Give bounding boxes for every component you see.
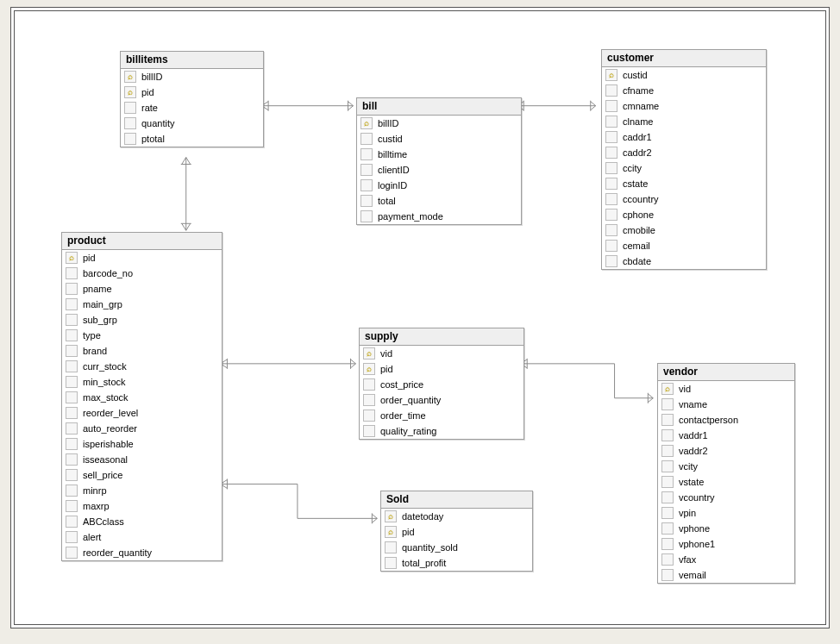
column-pid[interactable]: ⌕pid bbox=[121, 84, 263, 100]
column-pid[interactable]: ⌕pid bbox=[381, 524, 532, 540]
column-cost-price[interactable]: cost_price bbox=[360, 377, 523, 392]
table-header[interactable]: product bbox=[62, 233, 222, 250]
column-custid[interactable]: ⌕custid bbox=[602, 67, 766, 83]
column-vcountry[interactable]: vcountry bbox=[658, 490, 794, 505]
column-vaddr1[interactable]: vaddr1 bbox=[658, 428, 794, 443]
column-icon bbox=[66, 485, 78, 497]
column-minrp[interactable]: minrp bbox=[62, 483, 222, 498]
column-clname[interactable]: clname bbox=[602, 114, 766, 129]
column-icon bbox=[124, 133, 136, 145]
table-bill[interactable]: bill ⌕billID custid billtime clientID lo… bbox=[356, 97, 522, 225]
column-vfax[interactable]: vfax bbox=[658, 552, 794, 567]
column-vname[interactable]: vname bbox=[658, 397, 794, 412]
table-customer[interactable]: customer ⌕custid cfname cmname clname ca… bbox=[601, 49, 767, 270]
column-billID[interactable]: ⌕billID bbox=[121, 69, 263, 84]
column-billID[interactable]: ⌕billID bbox=[357, 116, 521, 131]
column-total[interactable]: total bbox=[357, 193, 521, 209]
column-icon bbox=[661, 398, 674, 410]
column-pname[interactable]: pname bbox=[62, 281, 222, 297]
table-header[interactable]: vendor bbox=[658, 364, 794, 381]
column-caddr1[interactable]: caddr1 bbox=[602, 129, 766, 145]
column-ccity[interactable]: ccity bbox=[602, 160, 766, 176]
column-datetoday[interactable]: ⌕datetoday bbox=[381, 509, 532, 524]
column-rate[interactable]: rate bbox=[121, 100, 263, 116]
column-vcity[interactable]: vcity bbox=[658, 459, 794, 474]
table-vendor[interactable]: vendor ⌕vid vname contactperson vaddr1 v… bbox=[657, 363, 795, 584]
column-icon bbox=[605, 178, 617, 190]
column-isseasonal[interactable]: isseasonal bbox=[62, 452, 222, 467]
column-icon bbox=[66, 314, 78, 326]
column-quality-rating[interactable]: quality_rating bbox=[360, 423, 523, 439]
column-order-time[interactable]: order_time bbox=[360, 408, 523, 423]
key-icon: ⌕ bbox=[124, 86, 136, 98]
column-vpin[interactable]: vpin bbox=[658, 505, 794, 521]
column-contactperson[interactable]: contactperson bbox=[658, 412, 794, 428]
table-product[interactable]: product ⌕pid barcode_no pname main_grp s… bbox=[61, 232, 223, 561]
column-quantity[interactable]: quantity bbox=[121, 116, 263, 131]
column-icon bbox=[605, 255, 617, 267]
column-pid[interactable]: ⌕pid bbox=[62, 250, 222, 266]
column-main-grp[interactable]: main_grp bbox=[62, 297, 222, 312]
column-curr-stock[interactable]: curr_stock bbox=[62, 359, 222, 374]
column-vaddr2[interactable]: vaddr2 bbox=[658, 443, 794, 459]
column-maxrp[interactable]: maxrp bbox=[62, 498, 222, 514]
column-billtime[interactable]: billtime bbox=[357, 147, 521, 162]
column-abcclass[interactable]: ABCclass bbox=[62, 514, 222, 529]
table-sold[interactable]: Sold ⌕datetoday ⌕pid quantity_sold total… bbox=[380, 491, 533, 572]
column-brand[interactable]: brand bbox=[62, 343, 222, 359]
table-billitems[interactable]: billitems ⌕billID ⌕pid rate quantity pto… bbox=[120, 51, 264, 147]
column-ccountry[interactable]: ccountry bbox=[602, 191, 766, 207]
column-cbdate[interactable]: cbdate bbox=[602, 253, 766, 269]
column-vphone1[interactable]: vphone1 bbox=[658, 536, 794, 552]
table-header[interactable]: Sold bbox=[381, 491, 532, 509]
column-cmname[interactable]: cmname bbox=[602, 98, 766, 114]
table-header[interactable]: customer bbox=[602, 50, 766, 67]
column-vid[interactable]: ⌕vid bbox=[360, 346, 523, 361]
column-sell-price[interactable]: sell_price bbox=[62, 467, 222, 483]
column-total-profit[interactable]: total_profit bbox=[381, 555, 532, 571]
column-caddr2[interactable]: caddr2 bbox=[602, 145, 766, 160]
column-auto-reorder[interactable]: auto_reorder bbox=[62, 421, 222, 436]
column-icon bbox=[661, 476, 674, 488]
column-reorder-level[interactable]: reorder_level bbox=[62, 405, 222, 421]
column-icon bbox=[363, 425, 375, 437]
column-vphone[interactable]: vphone bbox=[658, 521, 794, 536]
column-icon bbox=[66, 267, 78, 279]
column-custid[interactable]: custid bbox=[357, 131, 521, 147]
column-order-quantity[interactable]: order_quantity bbox=[360, 392, 523, 408]
column-pid[interactable]: ⌕pid bbox=[360, 361, 523, 377]
column-cphone[interactable]: cphone bbox=[602, 207, 766, 222]
column-cemail[interactable]: cemail bbox=[602, 238, 766, 253]
table-supply[interactable]: supply ⌕vid ⌕pid cost_price order_quanti… bbox=[359, 328, 524, 440]
key-icon: ⌕ bbox=[66, 252, 78, 264]
table-header[interactable]: billitems bbox=[121, 52, 263, 69]
column-clientID[interactable]: clientID bbox=[357, 162, 521, 178]
column-reorder-quantity[interactable]: reorder_quantity bbox=[62, 545, 222, 560]
column-isperishable[interactable]: isperishable bbox=[62, 436, 222, 452]
column-max-stock[interactable]: max_stock bbox=[62, 390, 222, 405]
table-header[interactable]: bill bbox=[357, 98, 521, 116]
key-icon: ⌕ bbox=[363, 347, 375, 360]
table-header[interactable]: supply bbox=[360, 328, 523, 346]
column-quantity-sold[interactable]: quantity_sold bbox=[381, 540, 532, 555]
column-icon bbox=[66, 453, 78, 466]
column-cmobile[interactable]: cmobile bbox=[602, 222, 766, 238]
column-sub-grp[interactable]: sub_grp bbox=[62, 312, 222, 328]
column-icon bbox=[605, 131, 617, 143]
column-cfname[interactable]: cfname bbox=[602, 83, 766, 98]
column-vid[interactable]: ⌕vid bbox=[658, 381, 794, 397]
column-ptotal[interactable]: ptotal bbox=[121, 131, 263, 147]
column-cstate[interactable]: cstate bbox=[602, 176, 766, 191]
column-type[interactable]: type bbox=[62, 328, 222, 343]
column-vstate[interactable]: vstate bbox=[658, 474, 794, 490]
column-icon bbox=[66, 469, 78, 481]
column-icon bbox=[66, 531, 78, 543]
key-icon: ⌕ bbox=[385, 526, 397, 538]
column-icon bbox=[605, 209, 617, 221]
column-barcode-no[interactable]: barcode_no bbox=[62, 266, 222, 281]
column-alert[interactable]: alert bbox=[62, 529, 222, 545]
column-loginID[interactable]: loginID bbox=[357, 178, 521, 193]
column-min-stock[interactable]: min_stock bbox=[62, 374, 222, 390]
column-vemail[interactable]: vemail bbox=[658, 567, 794, 583]
column-payment-mode[interactable]: payment_mode bbox=[357, 209, 521, 224]
